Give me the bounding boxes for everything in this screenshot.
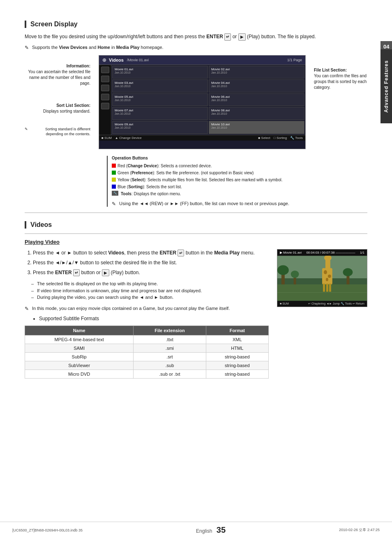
playing-video-title: Playing Video	[25, 239, 367, 245]
footer-date: 2010-02-26 오후 2:47:25	[339, 527, 380, 533]
file-item: Movie 09.avi Jan.10.2010	[112, 121, 208, 134]
table-row: SAMI .smi HTML	[25, 344, 269, 353]
op-green: Green (Preference): Sets the file prefer…	[112, 170, 367, 176]
videos-section: Videos Playing Video Press the ◄ or ► bu…	[25, 221, 367, 384]
op-yellow: Yellow (Select): Selects multiple files …	[112, 177, 367, 183]
videos-content: Press the ◄ or ► button to select Videos…	[25, 249, 367, 384]
red-square-icon	[112, 164, 116, 168]
video-mockup-footer: ■ SUM ↵ Chaptering ◄► Jump 🔧 Tools ↩ Ret…	[277, 301, 367, 307]
screen-file-grid: Movie 01.avi Jan.10.2010 Movie 02.avi Ja…	[111, 65, 305, 135]
annotation-information: Information: You can ascertain the selec…	[25, 63, 90, 86]
file-item: Movie 07.avi Jan.10.2010	[112, 107, 208, 120]
blue-square-icon	[112, 185, 116, 189]
table-row: Micro DVD .sub or .txt string-based	[25, 370, 269, 379]
svg-rect-7	[326, 284, 328, 292]
svg-point-10	[328, 275, 331, 278]
screen-mockup: ⊕ Videos /Movie 01.avi 1/1 Page Movie 01…	[99, 55, 306, 149]
dash-2: If video time information is unknown, pl…	[37, 287, 269, 294]
svg-point-17	[343, 268, 353, 277]
file-item: Movie 06.avi Jan.10.2010	[209, 93, 304, 106]
subtitle-formats-label: Supported Subtitle Formats	[25, 315, 269, 322]
videos-divider	[25, 233, 367, 234]
file-item: Movie 05.avi Jan.10.2010	[112, 93, 208, 106]
footer-file: [UC6500_ZT]BN68-02694H-00L03.indb 35	[12, 528, 83, 532]
step-1: Press the ◄ or ► button to select Videos…	[33, 249, 269, 256]
op-blue: Blue (Sorting): Selects the sort list.	[112, 184, 367, 190]
file-item: Movie 03.avi Jan.10.2010	[112, 79, 208, 92]
file-item: Movie 04.avi Jan.10.2010	[209, 79, 304, 92]
video-mockup: ▶ Movie 01.avi 00:04:03 / 00:07:38 —————…	[277, 249, 367, 307]
screen-sidebar	[99, 65, 111, 135]
subtitle-table: Name File extension Format MPEG-4 time-b…	[25, 326, 269, 379]
video-mockup-header: ▶ Movie 01.avi 00:04:03 / 00:07:38 —————…	[277, 250, 367, 256]
svg-rect-8	[329, 284, 331, 292]
file-item: Movie 02.avi Jan.10.2010	[209, 66, 304, 79]
op-tools: 🔧 Tools: Displays the option menu.	[112, 191, 367, 197]
table-header-name: Name	[25, 326, 134, 335]
yellow-square-icon	[112, 178, 116, 182]
table-row: SubRip .srt string-based	[25, 353, 269, 361]
svg-point-13	[277, 266, 289, 275]
svg-point-11	[326, 278, 328, 281]
file-item: Movie 01.avi Jan.10.2010	[112, 66, 208, 79]
screen-header: ⊕ Videos /Movie 01.avi 1/1 Page	[99, 55, 305, 65]
videos-right: ▶ Movie 01.avi 00:04:03 / 00:07:38 —————…	[277, 249, 367, 307]
tools-icon: 🔧	[112, 191, 118, 196]
section-divider	[25, 213, 367, 213]
page-number-area: English 35	[196, 525, 226, 535]
step-2: Press the ◄/►/▲/▼ button to select the d…	[33, 259, 269, 266]
table-header-format: Format	[206, 326, 268, 335]
game-note: In this mode, you can enjoy movie clips …	[25, 305, 269, 312]
diagram-area: Information: You can ascertain the selec…	[25, 55, 367, 149]
videos-title: Videos	[25, 221, 367, 229]
screen-display-title: Screen Display	[25, 21, 367, 28]
svg-point-15	[291, 271, 299, 278]
page-lang: English	[196, 528, 212, 534]
chapter-title: Advanced Features	[380, 49, 392, 123]
annotation-sort: Sort List Section: Displays sorting stan…	[25, 103, 90, 114]
step-3: Press the ENTER ↵ button or ▶ (Play) but…	[33, 269, 269, 276]
left-annotations: Information: You can ascertain the selec…	[25, 55, 90, 149]
intro-text: Move to the file you desired using the u…	[25, 33, 367, 41]
rew-ff-note: Using the ◄◄ (REW) or ►► (FF) button, fi…	[112, 200, 367, 207]
svg-point-9	[324, 270, 327, 275]
video-image	[277, 256, 367, 301]
right-annotations: File List Section: You can confirm the f…	[314, 55, 367, 149]
table-header-ext: File extension	[134, 326, 206, 335]
steps-list: Press the ◄ or ► button to select Videos…	[25, 249, 269, 276]
table-row: MPEG-4 time-based text .ttxt XML	[25, 335, 269, 344]
supported-subtitle-label: Supported Subtitle Formats	[39, 315, 269, 322]
dash-list: The selected file is displayed on the to…	[25, 280, 269, 301]
green-square-icon	[112, 171, 116, 175]
screen-footer: ■ SUM ▲ Change Device ■ Select □ Sorting…	[99, 135, 305, 141]
table-row: SubViewer .sub string-based	[25, 361, 269, 370]
op-red: Red (Change Device): Selects a connected…	[112, 163, 367, 169]
video-mockup-screen	[277, 256, 367, 301]
videos-left: Press the ◄ or ► button to select Videos…	[25, 249, 269, 384]
operation-section: Operation Buttons Red (Change Device): S…	[107, 156, 367, 207]
annotation-sorting-note: ✎ Sorting standard is different dependin…	[25, 127, 90, 137]
screen-body: Movie 01.avi Jan.10.2010 Movie 02.avi Ja…	[99, 65, 305, 135]
supports-note: Supports the View Devices and Home in Me…	[25, 44, 367, 51]
file-item: Movie 08.avi Jan.10.2010	[209, 107, 304, 120]
svg-rect-6	[323, 284, 325, 292]
dash-3: During playing the video, you can search…	[37, 294, 269, 301]
dash-1: The selected file is displayed on the to…	[37, 280, 269, 287]
operation-title: Operation Buttons	[112, 156, 367, 160]
page-container: 04 Advanced Features Screen Display Move…	[0, 0, 392, 543]
page-number: 35	[217, 525, 226, 534]
page-footer: [UC6500_ZT]BN68-02694H-00L03.indb 35 Eng…	[0, 522, 392, 535]
file-item: Movie 10.avi Jan.10.2010	[209, 121, 304, 134]
